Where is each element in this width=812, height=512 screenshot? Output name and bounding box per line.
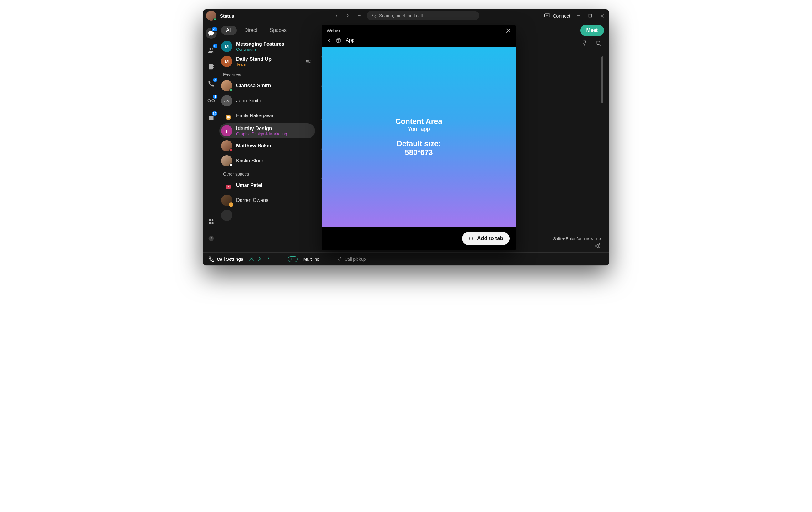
search-input[interactable]: Search, meet, and call xyxy=(367,11,479,20)
contacts-book-icon xyxy=(208,63,214,70)
apps-icon xyxy=(208,219,214,225)
dnd-icon xyxy=(229,148,233,152)
list-item[interactable]: Clarissa Smith xyxy=(219,78,315,93)
user-avatar[interactable] xyxy=(206,11,216,21)
list-item[interactable] xyxy=(219,208,315,223)
queues-icon[interactable] xyxy=(249,257,254,262)
phone-gear-icon xyxy=(209,256,214,262)
item-title: John Smith xyxy=(236,98,261,104)
scrollbar[interactable] xyxy=(601,54,604,198)
presence-dot xyxy=(213,18,216,21)
pin-icon[interactable] xyxy=(581,40,588,46)
window-maximize-button[interactable] xyxy=(586,12,594,20)
conversation-list[interactable]: M Messaging Features Continuum M Daily S… xyxy=(219,39,316,252)
svg-point-30 xyxy=(596,41,600,45)
modal-close-button[interactable] xyxy=(506,28,511,33)
avatar xyxy=(221,210,232,221)
line-indicator[interactable]: L1 xyxy=(288,256,298,262)
rail-help[interactable]: ? xyxy=(205,233,217,244)
meet-button[interactable]: Meet xyxy=(580,25,604,36)
svg-line-3 xyxy=(375,17,376,18)
rail-voicemail[interactable]: 1 xyxy=(205,95,217,106)
svg-point-33 xyxy=(252,258,253,259)
nav-back-button[interactable] xyxy=(333,12,340,20)
svg-point-11 xyxy=(209,48,211,50)
search-icon xyxy=(372,13,377,18)
section-favorites: Favorites xyxy=(219,69,315,78)
item-title: Emily Nakagawa xyxy=(236,113,273,119)
rail-contacts[interactable]: 6 xyxy=(205,45,217,56)
call-pickup-button[interactable]: Call pickup xyxy=(337,257,366,262)
svg-rect-24 xyxy=(209,222,211,224)
avatar xyxy=(221,180,232,191)
modal-back-button[interactable] xyxy=(327,38,331,42)
avatar-initial: JS xyxy=(224,98,229,103)
add-to-tab-label: Add to tab xyxy=(477,235,503,241)
svg-rect-15 xyxy=(213,67,214,67)
item-title: Identity Design xyxy=(236,126,287,132)
content-subheading: Your app xyxy=(408,126,430,132)
item-title: Darren Owens xyxy=(236,197,268,203)
item-subtitle: Continuum xyxy=(236,47,284,52)
tab-spaces[interactable]: Spaces xyxy=(265,26,292,35)
list-item[interactable]: Darren Owens xyxy=(219,193,315,208)
filter-tabs: All Direct Spaces xyxy=(219,22,316,39)
list-item[interactable]: Umar Patel xyxy=(219,178,315,193)
meet-label: Meet xyxy=(586,28,598,33)
size-value: 580*673 xyxy=(405,148,433,157)
rail-apps[interactable] xyxy=(205,216,217,227)
list-item[interactable]: JS John Smith xyxy=(219,93,315,108)
status-bar: Call Settings L1 Multiline Call pickup xyxy=(203,252,609,265)
item-title: Clarissa Smith xyxy=(236,83,271,89)
item-subtitle: Team xyxy=(236,62,271,67)
tab-direct[interactable]: Direct xyxy=(239,26,262,35)
forward-icon[interactable] xyxy=(265,257,270,262)
call-settings-label: Call Settings xyxy=(217,257,243,262)
rail-calendar[interactable]: 12 xyxy=(205,112,217,123)
send-button[interactable] xyxy=(594,243,601,249)
hunt-group-icon[interactable] xyxy=(257,257,262,262)
new-button[interactable] xyxy=(355,12,363,20)
connect-button[interactable]: Connect xyxy=(544,13,570,19)
scrollbar-thumb[interactable] xyxy=(602,56,603,103)
search-in-space-button[interactable] xyxy=(595,40,602,46)
list-item[interactable]: Matthew Baker xyxy=(219,138,315,153)
away-icon xyxy=(229,202,233,207)
connect-label: Connect xyxy=(553,13,570,19)
size-heading: Default size: xyxy=(397,139,441,148)
svg-point-2 xyxy=(373,14,375,17)
avatar: I xyxy=(221,125,232,137)
item-title: Kristin Stone xyxy=(236,158,265,164)
nav-forward-button[interactable] xyxy=(344,12,352,20)
svg-rect-8 xyxy=(589,15,592,17)
multiline-label[interactable]: Multiline xyxy=(303,257,319,262)
call-settings-button[interactable]: Call Settings xyxy=(209,256,243,262)
device-icon xyxy=(544,13,550,18)
rail-messaging[interactable]: 20 xyxy=(205,28,217,39)
tab-all[interactable]: All xyxy=(221,26,237,35)
window-minimize-button[interactable] xyxy=(575,12,582,20)
rail-messaging-badge: 20 xyxy=(211,26,218,32)
camera-icon xyxy=(226,115,231,119)
list-item[interactable]: Emily Nakagawa xyxy=(219,108,315,123)
section-other: Other spaces xyxy=(219,168,315,178)
list-item-selected[interactable]: I Identity Design Graphic Design & Marke… xyxy=(219,123,315,138)
svg-rect-25 xyxy=(212,222,214,224)
status-label[interactable]: Status xyxy=(220,13,234,19)
space-list: All Direct Spaces M Messaging Features C… xyxy=(219,22,316,252)
add-to-tab-button[interactable]: Add to tab xyxy=(462,232,510,245)
svg-point-32 xyxy=(250,258,251,259)
window-close-button[interactable] xyxy=(598,12,606,20)
rail-meetings[interactable] xyxy=(205,61,217,73)
presence-icon xyxy=(229,163,233,167)
app-cube-icon xyxy=(336,37,341,43)
list-item[interactable]: M Messaging Features Continuum xyxy=(219,39,315,54)
rail-calling[interactable]: 2 xyxy=(205,78,217,89)
help-icon: ? xyxy=(208,235,214,241)
avatar xyxy=(221,195,232,206)
rail-voicemail-badge: 1 xyxy=(212,94,218,99)
modal-content-area: Content Area Your app Default size: 580*… xyxy=(322,47,516,227)
list-item[interactable]: Kristin Stone xyxy=(219,153,315,168)
avatar xyxy=(221,155,232,167)
list-item[interactable]: M Daily Stand Up Team 00: xyxy=(219,54,315,69)
